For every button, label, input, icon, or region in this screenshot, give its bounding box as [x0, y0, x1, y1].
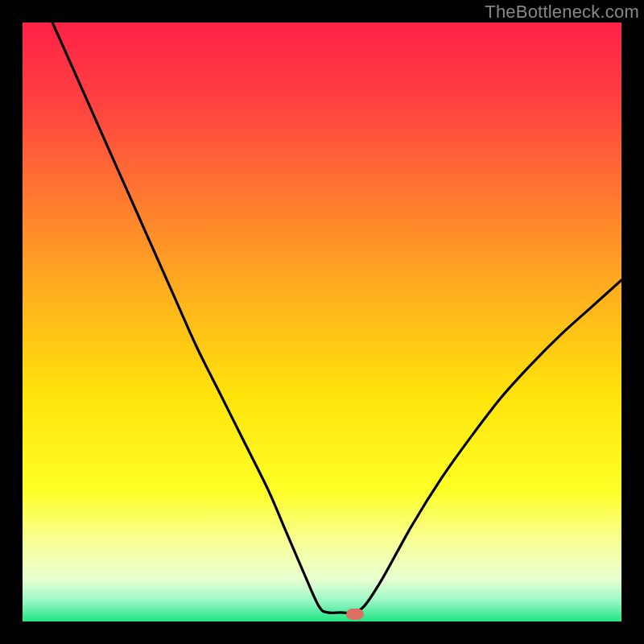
attribution-label: TheBottleneck.com: [485, 2, 639, 23]
optimal-point-marker: [346, 609, 364, 620]
chart-background: [23, 23, 621, 621]
bottleneck-chart: [23, 23, 621, 621]
chart-frame: TheBottleneck.com: [0, 0, 644, 644]
